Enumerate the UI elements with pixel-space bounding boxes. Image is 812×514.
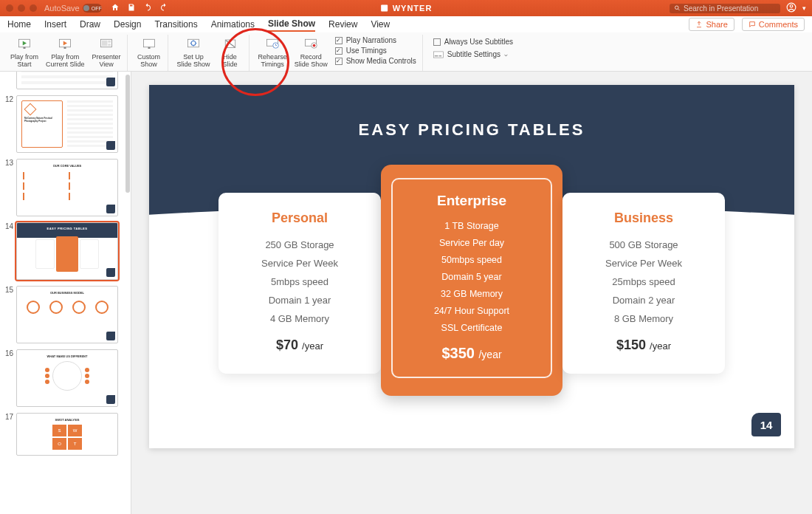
svg-rect-22 <box>433 51 443 57</box>
tab-home[interactable]: Home <box>7 18 31 31</box>
share-button[interactable]: Share <box>689 18 734 31</box>
thumb-number: 16 <box>3 349 13 357</box>
play-narrations-check[interactable]: ✓Play Narrations <box>335 36 416 44</box>
svg-rect-5 <box>24 47 26 49</box>
use-timings-check[interactable]: ✓Use Timings <box>335 47 416 55</box>
slide-thumb-16[interactable]: WHAT MAKE US DIFFERENT <box>16 349 118 407</box>
custom-show-icon <box>141 36 157 52</box>
chevron-down-icon: ⌵ <box>504 51 508 58</box>
document-title: WYNTER <box>380 4 433 13</box>
show-media-check[interactable]: ✓Show Media Controls <box>335 57 416 65</box>
search-input[interactable] <box>670 4 780 13</box>
rehearse-timings-button[interactable]: Rehearse Timings <box>255 35 290 70</box>
tab-insert[interactable]: Insert <box>44 18 66 31</box>
slide-thumb-17[interactable]: SWOT ANALYSIS S W O T <box>16 413 118 456</box>
hide-slide-button[interactable]: Hide Slide <box>215 35 246 70</box>
play-start-icon <box>16 36 32 52</box>
home-icon[interactable] <box>111 3 120 13</box>
slide-canvas-area[interactable]: EASY PRICING TABLES Personal 250 GB Stor… <box>131 72 812 514</box>
ribbon: Play from Start Play from Current Slide … <box>0 32 812 72</box>
slide-thumb-15[interactable]: OUR BUSINESS MODEL <box>16 286 118 343</box>
autosave-label: AutoSave <box>44 4 80 13</box>
svg-rect-11 <box>108 44 111 46</box>
close-window[interactable] <box>6 4 13 12</box>
slide-thumb-14[interactable]: EASY PRICING TABLES <box>16 222 118 280</box>
comments-button[interactable]: Comments <box>742 18 805 31</box>
plan-name: Enterprise <box>402 193 542 209</box>
play-from-start-button[interactable]: Play from Start <box>7 35 41 70</box>
scrollbar[interactable] <box>125 75 130 193</box>
thumb-number: 14 <box>3 222 13 230</box>
save-icon[interactable] <box>127 3 136 13</box>
plan-business: Business 500 GB Storage Service Per Week… <box>562 193 725 374</box>
account-icon[interactable] <box>786 2 796 14</box>
custom-show-button[interactable]: Custom Show <box>134 35 165 70</box>
thumb-number: 12 <box>3 95 13 103</box>
setup-show-button[interactable]: Set Up Slide Show <box>174 35 213 70</box>
svg-rect-13 <box>148 47 150 49</box>
redo-icon[interactable] <box>159 3 168 13</box>
svg-rect-24 <box>438 55 441 56</box>
thumb-number: 15 <box>3 286 13 294</box>
svg-rect-10 <box>108 41 111 43</box>
tab-draw[interactable]: Draw <box>80 18 100 31</box>
svg-point-1 <box>675 6 679 10</box>
slide[interactable]: EASY PRICING TABLES Personal 250 GB Stor… <box>149 85 794 448</box>
always-subtitles-check[interactable]: Always Use Subtitles <box>433 38 513 46</box>
slide-thumb-11[interactable] <box>16 72 118 89</box>
titlebar: AutoSave OFF WYNTER ▾ <box>0 0 812 16</box>
tab-animations[interactable]: Animations <box>211 18 255 31</box>
rehearse-icon <box>264 36 281 52</box>
window-controls <box>6 4 37 12</box>
search-field[interactable] <box>684 4 776 13</box>
hide-slide-icon <box>222 36 238 52</box>
setup-icon <box>185 36 202 52</box>
page-number-badge: 14 <box>751 413 781 436</box>
record-slideshow-button[interactable]: Record Slide Show <box>292 35 331 70</box>
undo-icon[interactable] <box>143 3 152 13</box>
slide-thumb-12[interactable]: McCartney Nature FestivalPhotography Pro… <box>16 95 118 153</box>
play-current-icon <box>57 36 73 52</box>
minimize-window[interactable] <box>18 4 25 12</box>
svg-rect-7 <box>64 47 66 49</box>
chevron-down-icon[interactable]: ▾ <box>802 4 806 12</box>
tab-slideshow[interactable]: Slide Show <box>268 17 315 32</box>
svg-point-3 <box>790 5 793 8</box>
plan-enterprise: Enterprise 1 TB Storage Service Per day … <box>381 165 562 396</box>
play-from-current-button[interactable]: Play from Current Slide <box>43 35 88 70</box>
svg-rect-9 <box>102 41 108 47</box>
tab-review[interactable]: Review <box>328 18 357 31</box>
thumb-number: 13 <box>3 159 13 167</box>
svg-point-21 <box>313 44 316 47</box>
svg-rect-12 <box>143 39 154 47</box>
subtitle-settings-button[interactable]: Subtitle Settings ⌵ <box>433 50 513 58</box>
autosave-toggle[interactable]: AutoSave OFF <box>44 4 102 13</box>
slide-thumb-13[interactable]: OUR CORE VALUES <box>16 159 118 216</box>
presenter-view-button[interactable]: Presenter View <box>89 35 124 70</box>
workspace: 12 McCartney Nature FestivalPhotography … <box>0 72 812 514</box>
pricing-tables: Personal 250 GB Storage Service Per Week… <box>149 165 794 396</box>
plan-name: Personal <box>232 210 368 226</box>
presenter-icon <box>98 36 114 52</box>
thumb-number: 17 <box>3 413 13 421</box>
slide-thumbnails-panel[interactable]: 12 McCartney Nature FestivalPhotography … <box>0 72 131 514</box>
svg-rect-23 <box>434 55 438 56</box>
plan-name: Business <box>576 210 712 226</box>
tab-transitions[interactable]: Transitions <box>154 18 197 31</box>
maximize-window[interactable] <box>30 4 37 12</box>
menu-tabs: Home Insert Draw Design Transitions Anim… <box>0 16 812 32</box>
plan-personal: Personal 250 GB Storage Service Per Week… <box>219 193 381 374</box>
record-icon <box>303 36 319 52</box>
tab-view[interactable]: View <box>371 18 390 31</box>
tab-design[interactable]: Design <box>114 18 141 31</box>
subtitle-icon <box>433 51 444 58</box>
svg-rect-0 <box>381 5 388 12</box>
